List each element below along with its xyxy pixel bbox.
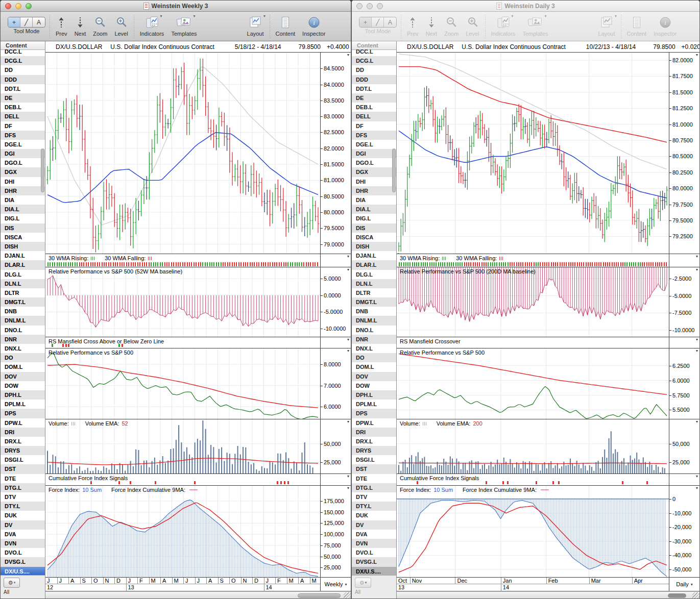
sidebar-item-dgx[interactable]: DGX [1,167,45,177]
panel-disclosure-icon[interactable]: ▾ [347,474,349,479]
next-button[interactable]: Next [426,15,438,37]
rp-line-chart[interactable]: Relative Performance vs S&P 500 [397,348,669,419]
zoom-window-button[interactable] [377,3,383,9]
sidebar-item-dov[interactable]: DOV [352,372,396,381]
title-bar[interactable]: Weinstein Weekly 3 [1,1,351,12]
panel-disclosure-icon[interactable]: ▾ [347,267,349,272]
sidebar-item-dgi[interactable]: DGI [1,149,45,158]
content-button[interactable]: Content [627,15,647,37]
close-button[interactable] [5,3,11,9]
sidebar-item-dge-l[interactable]: DGE.L [1,140,45,149]
sidebar-item-drx-l[interactable]: DRX.L [352,437,396,446]
title-bar[interactable]: Weinstein Daily 3 [352,1,699,12]
horizontal-scrollbar[interactable] [397,591,699,599]
sidebar-item-dplm-l[interactable]: DPLM.L [1,400,45,409]
sidebar-item-dvo-l[interactable]: DVO.L [352,548,396,557]
sidebar-item-dia-l[interactable]: DIA.L [352,205,396,214]
sidebar-item-dv[interactable]: DV [352,520,396,530]
sidebar-item-dltr[interactable]: DLTR [352,288,396,297]
zoom-level-button[interactable]: Level [114,15,128,37]
wma-strip-plot[interactable]: 30 WMA Rising: 30 WMA Falling: [45,254,320,267]
sidebar-item-drys[interactable]: DRYS [352,446,396,455]
sidebar-item-dltr[interactable]: DLTR [1,288,45,297]
inspector-button[interactable]: iInspector [654,15,677,37]
close-button[interactable] [356,3,363,9]
sidebar-item-duk[interactable]: DUK [352,511,396,520]
sidebar-item-dvo-l[interactable]: DVO.L [1,548,45,557]
inspector-button[interactable]: iInspector [302,15,325,37]
sidebar-item-dish[interactable]: DISH [352,242,396,251]
panel-disclosure-icon[interactable]: ▾ [347,419,349,424]
sidebar-item-dx-u-s-[interactable]: DX/U.S.... [1,567,45,576]
sidebar-item-dgi[interactable]: DGI [352,149,396,158]
sidebar-item-dvn[interactable]: DVN [1,539,45,548]
zoom-out-button[interactable]: Zoom [93,15,107,37]
panel-disclosure-icon[interactable]: ▾ [696,53,698,57]
sidebar-item-dtg-l[interactable]: DTG.L [352,483,396,492]
sidebar-item-ddd[interactable]: DDD [1,75,45,84]
tool-line-button[interactable]: ╱ [20,17,33,27]
sidebar-item-do[interactable]: DO [1,353,45,362]
sidebar-item-dow[interactable]: DOW [1,381,45,390]
mansfield-plot[interactable]: RS Mansfield Cross Above or Below Zero L… [45,337,320,348]
tool-pointer-button[interactable]: + [359,17,372,27]
sidebar-item-dcg-l[interactable]: DCG.L [352,56,396,65]
minimize-button[interactable] [367,3,373,9]
sidebar-item-dpw-l[interactable]: DPW.L [1,418,45,428]
sidebar-item-dgx[interactable]: DGX [352,167,396,177]
sidebar-item-dnlm-l[interactable]: DNLM.L [352,316,396,325]
sidebar-item-dis[interactable]: DIS [352,223,396,233]
sidebar-item-dri[interactable]: DRI [352,428,396,437]
sidebar-item-dsgi-l[interactable]: DSGI.L [1,455,45,464]
tool-text-button[interactable]: A [384,17,396,27]
sidebar-item-dv[interactable]: DV [1,520,45,530]
sidebar-item-de[interactable]: DE [1,93,45,103]
periodicity-dropdown[interactable]: Daily▾ [669,578,699,591]
sidebar-item-dno-l[interactable]: DNO.L [1,326,45,335]
sidebar-item-dish[interactable]: DISH [1,242,45,251]
periodicity-dropdown[interactable]: Weekly▾ [320,578,351,591]
sidebar-item-dfs[interactable]: DFS [352,131,396,140]
layout-button[interactable]: ▾Layout [598,15,615,37]
panel-disclosure-icon[interactable]: ▾ [347,53,349,57]
sidebar-item-drx-l[interactable]: DRX.L [1,437,45,446]
sidebar-item-dln-l[interactable]: DLN.L [1,279,45,288]
sidebar-item-dlar-l[interactable]: DLAR.L [1,260,45,269]
mansfield-plot[interactable]: RS Mansfield Crossover [397,337,669,348]
sidebar-item-dty-l[interactable]: DTY.L [352,502,396,511]
minimize-button[interactable] [15,3,21,9]
zoom-window-button[interactable] [26,3,32,9]
panel-disclosure-icon[interactable]: ▾ [696,267,698,272]
volume-chart[interactable]: Volume: Volume EMA:200 [397,419,669,473]
sidebar-item-dell[interactable]: DELL [352,112,396,121]
sidebar-item-df[interactable]: DF [352,121,396,131]
force-index-chart[interactable]: Force Index:10 Sum Force Index Cumulativ… [397,486,669,577]
price-chart[interactable] [45,53,320,254]
zoom-level-button[interactable]: Level [466,15,479,37]
sidebar-item-dnb[interactable]: DNB [352,307,396,316]
panel-disclosure-icon[interactable]: ▾ [696,254,698,259]
rp-histogram-chart[interactable]: Relative Performance vs S&P 500 (52W MA … [45,267,320,337]
sidebar-item-dph-l[interactable]: DPH.L [352,390,396,400]
sidebar-item-dlg-l[interactable]: DLG.L [1,270,45,279]
zoom-out-button[interactable]: Zoom [444,15,458,37]
templates-button[interactable]: ▾Templates [522,15,548,37]
sidebar-item-dx-u-s-[interactable]: DX/U.S.... [352,567,396,576]
sidebar-item-dva[interactable]: DVA [1,530,45,539]
sidebar-item-dfs[interactable]: DFS [1,131,45,140]
sidebar-item-dhi[interactable]: DHI [352,177,396,186]
resize-grip[interactable] [344,592,351,599]
sidebar-item-dnx-l[interactable]: DNX.L [352,344,396,353]
force-index-chart[interactable]: Force Index:10 Sum Force Index Cumulativ… [45,486,320,577]
sidebar-item-de[interactable]: DE [352,93,396,103]
horizontal-scrollbar[interactable] [45,591,351,599]
sidebar-item-dow[interactable]: DOW [352,381,396,390]
panel-disclosure-icon[interactable]: ▾ [696,348,698,353]
sidebar-item-dtv[interactable]: DTV [352,492,396,502]
sidebar-item-dia[interactable]: DIA [352,195,396,205]
rp-line-chart[interactable]: Relative Performance vs S&P 500 [45,348,320,419]
sidebar-item-duk[interactable]: DUK [1,511,45,520]
templates-button[interactable]: ▾Templates [171,15,197,37]
sidebar-item-deb-l[interactable]: DEB.L [352,103,396,112]
sidebar-item-dd[interactable]: DD [352,65,396,74]
